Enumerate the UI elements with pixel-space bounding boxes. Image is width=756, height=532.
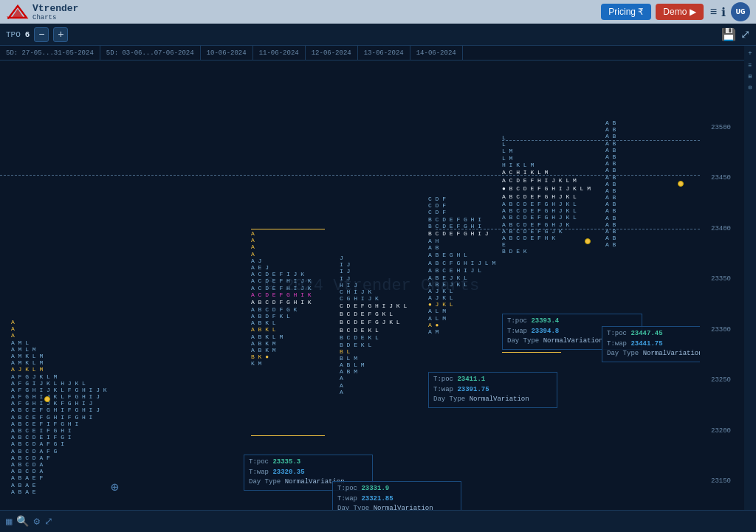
pricing-button[interactable]: Pricing ₹ [601,4,651,20]
ref-line-2 [436,229,700,229]
info-box-5: T:poc 23447.45 T:wap 23441.75 Day Type N… [602,326,700,362]
price-scale: 23500 23450 23400 23350 23300 23250 2320… [688,121,732,488]
yellow-line-1 [251,229,325,229]
sidebar-settings[interactable]: ⚙ [749,84,752,91]
fullscreen-button[interactable]: ⤢ [44,515,53,528]
yellow-line-3 [502,352,561,353]
date-segment-7: 14-06-2024 [410,46,463,60]
expand-button[interactable]: ⤢ [740,27,750,42]
tpo-col-1: A A A A M L A M L M A M K L M A M K L M … [11,319,107,495]
tpo-label: TPO [6,30,21,39]
ref-line-3 [502,140,700,141]
zoom-button[interactable]: 🔍 [16,515,29,528]
sidebar-zoom-in[interactable]: + [748,50,752,58]
user-menu-button[interactable]: UG [731,2,750,21]
price-23350: 23350 [690,275,731,283]
chart-content[interactable]: A A A A M L A M L M A M K L M A M K L M … [0,61,700,510]
tpo-col-4: C D F C D F C D F B C D E F G H I B C D … [428,196,495,335]
date-segment-2: 5D: 03-06...07-06-2024 [100,46,201,60]
logo-icon: V [6,1,30,22]
chart-type-button[interactable]: ▦ [6,515,12,528]
crosshair-icon[interactable]: ⊕ [111,479,119,495]
settings-button[interactable]: ⚙ [33,515,39,528]
save-button[interactable]: 💾 [721,27,736,42]
chart-area[interactable]: © 2024 Vtrender Charts A A A A M L A M L… [0,61,744,510]
date-segment-5: 12-06-2024 [306,46,358,60]
tpo-decrease-button[interactable]: − [34,27,49,42]
bottom-bar: ▦ 🔍 ⚙ ⤢ [0,510,756,532]
tpo-col-5: L L L M L M H I K L M A C H I K L M A C … [502,134,591,255]
date-segment-1: 5D: 27-05...31-05-2024 [0,46,100,60]
info-box-2: T:poc 23331.9 T:wap 23321.85 Day Type No… [332,481,461,510]
demo-button[interactable]: Demo ▶ [656,4,703,20]
info-box-3: T:poc 23411.1 T:wap 23391.75 Day Type No… [428,372,557,408]
tpo-col-2: A A A A A J A E J A C D E F I J K A C D … [251,230,312,367]
date-segment-6: 13-06-2024 [358,46,410,60]
sidebar-list[interactable]: ≡ [749,62,752,69]
price-23500: 23500 [690,124,731,131]
date-segment-4: 11-06-2024 [253,46,306,60]
sidebar-grid[interactable]: ⊞ [749,73,752,80]
logo-area: V Vtrender Charts [6,1,78,22]
toolbar: TPO 6 − + 💾 ⤢ [0,24,756,46]
price-23200: 23200 [690,427,731,435]
tpo-col-3: J I J I J I J H I J C H I J K C G H I J … [340,255,407,395]
poc-marker-5 [585,238,591,244]
tpo-increase-button[interactable]: + [53,27,68,42]
top-nav: V Vtrender Charts Pricing ₹ Demo ▶ ≡ ℹ U… [0,0,756,24]
poc-marker-1 [44,396,50,402]
date-segment-3: 10-06-2024 [201,46,253,60]
logo-subtitle: Charts [32,14,78,21]
tpo-value: 6 [25,30,30,39]
menu-button[interactable]: ≡ [710,5,717,18]
price-23250: 23250 [690,376,731,384]
date-bar: 5D: 27-05...31-05-2024 5D: 03-06...07-06… [0,46,744,61]
poc-marker-6 [678,181,684,187]
yellow-line-2 [251,435,325,436]
right-sidebar: + ≡ ⊞ ⚙ [744,46,756,532]
logo-name: Vtrender [32,3,78,14]
price-23150: 23150 [690,477,731,485]
info-button[interactable]: ℹ [721,5,726,19]
ref-line-1 [0,175,700,176]
